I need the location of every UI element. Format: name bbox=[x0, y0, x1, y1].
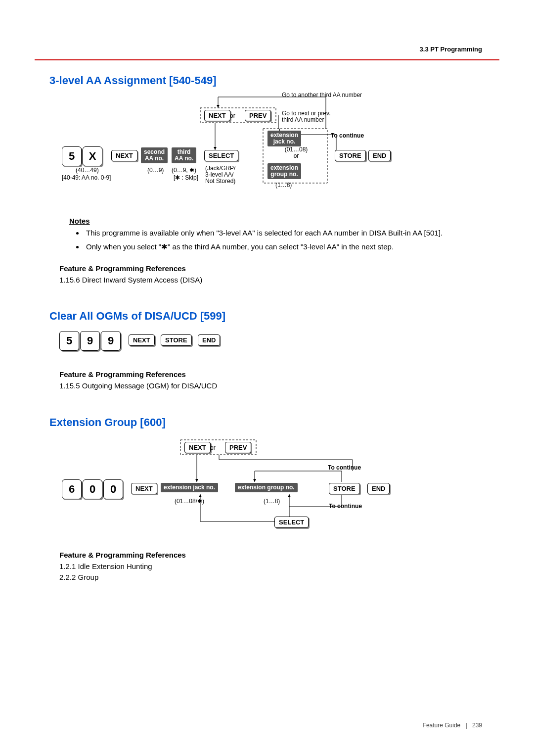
sub-40-49: (40…49) bbox=[76, 167, 99, 174]
to-continue-1: To continue bbox=[331, 133, 364, 139]
header-rule bbox=[35, 59, 499, 60]
range-1-8: (1…8) bbox=[275, 182, 292, 189]
page-footer: Feature Guide 239 bbox=[423, 722, 482, 729]
key-x: X bbox=[83, 146, 102, 166]
store-button-2: STORE bbox=[161, 334, 192, 346]
store-button-1: STORE bbox=[335, 150, 366, 161]
or-label: or bbox=[230, 113, 235, 119]
note-item: This programme is available only when "3… bbox=[84, 228, 485, 238]
next-top-button: NEXT bbox=[204, 110, 230, 121]
refs-3a: 1.2.1 Idle Extension Hunting bbox=[59, 561, 485, 572]
prev-top-button: PREV bbox=[245, 110, 271, 121]
end-button-1: END bbox=[368, 150, 391, 161]
next-button-2: NEXT bbox=[129, 334, 155, 346]
ext-jack-label: extension jack no. bbox=[267, 131, 301, 146]
select-button-3: SELECT bbox=[274, 517, 309, 528]
key-9a: 9 bbox=[80, 331, 100, 351]
next-button-1: NEXT bbox=[111, 150, 137, 161]
key-0a: 0 bbox=[83, 479, 102, 499]
ext-jack-3: extension jack no. bbox=[161, 483, 218, 492]
prev-top3: PREV bbox=[225, 442, 251, 453]
sub-skip: [✱ : Skip] bbox=[174, 175, 198, 181]
section1-title: 3-level AA Assignment [540-549] bbox=[49, 74, 485, 87]
refs-heading-3: Feature & Programming References bbox=[59, 551, 485, 559]
next-button-3: NEXT bbox=[131, 483, 157, 494]
store-button-3: STORE bbox=[329, 483, 360, 494]
sub-0-9-star: (0…9, ✱) bbox=[172, 167, 196, 174]
refs-3b: 2.2.2 Group bbox=[59, 572, 485, 583]
sub-0-9: (0…9) bbox=[147, 167, 164, 174]
footer-page: 239 bbox=[472, 722, 482, 729]
second-aa-box: second AA no. bbox=[141, 147, 168, 163]
next-top3: NEXT bbox=[184, 442, 211, 453]
to-continue-3b: To continue bbox=[329, 503, 362, 510]
notes-list: This programme is available only when "3… bbox=[84, 228, 485, 252]
key-5: 5 bbox=[62, 146, 82, 166]
loop-note: Go to another third AA number bbox=[282, 92, 362, 98]
refs-1: 1.15.6 Direct Inward System Access (DISA… bbox=[59, 275, 485, 285]
refs-heading-1: Feature & Programming References bbox=[59, 264, 485, 273]
page-header: 3.3 PT Programming bbox=[420, 46, 482, 53]
key-5b: 5 bbox=[59, 331, 79, 351]
third-aa-box: third AA no. bbox=[172, 147, 196, 163]
sub-jackgrp: (Jack/GRP/ 3-level AA/ Not Stored) bbox=[205, 165, 235, 185]
footer-sep bbox=[466, 723, 467, 729]
end-button-2: END bbox=[198, 334, 220, 346]
select-button-1: SELECT bbox=[204, 150, 238, 161]
sub-0108: (01…08/✱) bbox=[175, 498, 204, 505]
key-6: 6 bbox=[62, 479, 82, 499]
ext-group-label: extension group no. bbox=[267, 163, 301, 179]
next-prev-note: Go to next or prev. third AA number bbox=[282, 110, 331, 123]
end-button-3: END bbox=[367, 483, 390, 494]
note-item: Only when you select "✱" as the third AA… bbox=[84, 242, 485, 252]
refs-2: 1.15.5 Outgoing Message (OGM) for DISA/U… bbox=[59, 380, 485, 391]
or3: or bbox=[210, 445, 216, 451]
sub-40-49-b: [40-49: AA no. 0-9] bbox=[62, 175, 111, 181]
jack-range: (01…08) or bbox=[267, 146, 326, 159]
footer-guide: Feature Guide bbox=[423, 722, 461, 729]
ext-grp-3: extension group no. bbox=[235, 483, 298, 492]
sub-1-8: (1…8) bbox=[264, 498, 280, 505]
notes-heading: Notes bbox=[69, 217, 485, 225]
to-continue-3a: To continue bbox=[328, 465, 361, 471]
key-0b: 0 bbox=[103, 479, 123, 499]
refs-heading-2: Feature & Programming References bbox=[59, 370, 485, 378]
section3-title: Extension Group [600] bbox=[49, 416, 485, 429]
key-9b: 9 bbox=[101, 331, 121, 351]
section2-title: Clear All OGMs of DISA/UCD [599] bbox=[49, 310, 485, 323]
